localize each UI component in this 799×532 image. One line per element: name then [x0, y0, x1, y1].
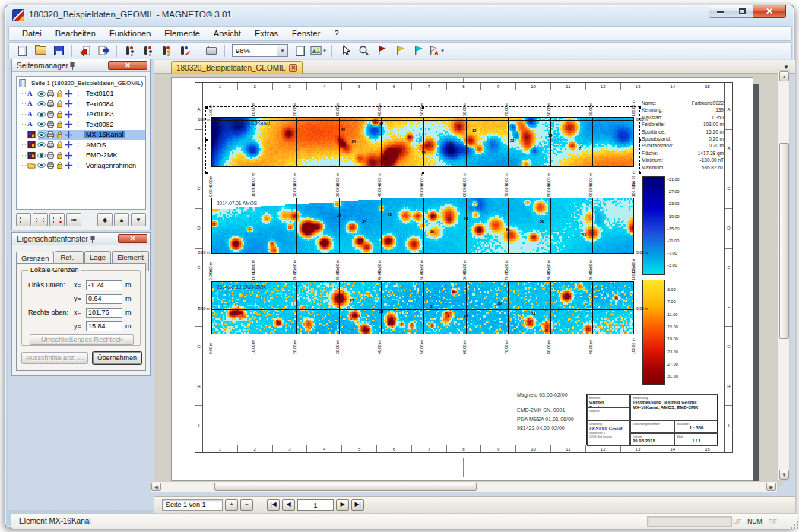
menu-extras[interactable]: Extras [248, 27, 285, 40]
properties-header[interactable]: Eigenschaftenfenster ✕ [12, 233, 150, 245]
lock-icon[interactable] [55, 161, 65, 169]
move-icon[interactable] [65, 120, 74, 128]
apply-button[interactable]: Übernehmen [93, 352, 141, 364]
visibility-eye-icon[interactable] [37, 120, 46, 128]
selection-rectangle[interactable] [205, 106, 640, 173]
image-view-button[interactable]: ▼ [310, 43, 327, 59]
x2-field[interactable] [86, 308, 122, 318]
add-page-button[interactable]: + [225, 499, 238, 511]
print-layer-icon[interactable] [46, 141, 55, 149]
vertical-scroll-thumb[interactable] [779, 143, 789, 339]
order-icon[interactable] [74, 141, 83, 149]
scroll-down-icon[interactable]: ▼ [779, 470, 789, 480]
tree-root[interactable]: Seite 1 (180320_Beispieldaten_GEOMIL) [18, 78, 145, 89]
new-document-button[interactable] [14, 43, 30, 59]
visibility-eye-icon[interactable] [37, 131, 46, 139]
enclosing-rectangle-button[interactable]: Umschließendes Rechteck [30, 334, 134, 345]
flag-yellow-button[interactable] [392, 43, 408, 59]
export-data-button[interactable] [95, 43, 112, 59]
chevron-down-icon[interactable]: ▼ [277, 45, 287, 56]
layer-row-text0101[interactable]: AText0101 [18, 89, 145, 100]
pin-icon[interactable] [68, 62, 106, 70]
save-button[interactable] [50, 43, 67, 59]
x1-field[interactable] [86, 280, 122, 290]
print-layer-icon[interactable] [46, 131, 55, 139]
print-layer-icon[interactable] [46, 120, 55, 128]
vertical-scrollbar[interactable]: ▲ ▼ [778, 70, 790, 481]
horizontal-scroll-thumb[interactable] [214, 483, 477, 491]
zoom-tool-button[interactable] [355, 43, 372, 59]
selection-handle[interactable] [639, 106, 641, 109]
layer-row-emd-2mk[interactable]: EMD-2MK [18, 150, 145, 161]
selection-handle[interactable] [422, 106, 424, 109]
layer-row-mx-16kanal[interactable]: MX-16Kanal [18, 130, 145, 141]
probe-amos-button[interactable]: s [140, 43, 157, 59]
flag-red-button[interactable] [373, 43, 390, 59]
selection-handle[interactable] [639, 172, 641, 174]
layer-row-vorlagenrahmen[interactable]: Vorlagenrahmen [18, 160, 145, 171]
order-icon[interactable] [74, 110, 83, 119]
delete-selection-button[interactable]: × [49, 213, 65, 226]
first-page-button[interactable]: |◀ [267, 499, 280, 511]
map-strip-3[interactable]: 2014.02.19 EMD-2MK231331371934 [211, 281, 634, 334]
zoom-level-select[interactable]: 98% ▼ [232, 44, 288, 57]
document-tab[interactable]: 180320_Beispieldaten_GEOMIL × [171, 61, 303, 74]
move-up-button[interactable]: ▲ [114, 213, 129, 226]
last-page-button[interactable]: ▶| [351, 499, 364, 511]
lock-icon[interactable] [55, 120, 65, 128]
order-icon[interactable] [74, 100, 83, 108]
pin-icon[interactable] [88, 235, 116, 243]
layer-row-text0083[interactable]: AText0083 [18, 109, 145, 120]
page-preview-button[interactable] [292, 43, 309, 59]
scroll-right-icon[interactable]: ▶ [766, 483, 776, 491]
menu-funktionen[interactable]: Funktionen [103, 27, 157, 40]
menu-fenster[interactable]: Fenster [285, 27, 327, 40]
visibility-eye-icon[interactable] [37, 151, 46, 160]
print-button[interactable] [203, 43, 220, 59]
map-strip-2[interactable]: 2014.07.01 AMOS2445324056515053 [211, 198, 634, 254]
selection-handle[interactable] [422, 172, 424, 174]
list-options-button[interactable]: ≔ [66, 213, 81, 226]
menu-ansicht[interactable]: Ansicht [207, 27, 248, 40]
print-layer-icon[interactable] [46, 100, 55, 108]
order-icon[interactable] [74, 131, 83, 139]
remove-page-button[interactable]: − [240, 499, 253, 511]
move-icon[interactable] [65, 141, 74, 149]
probe-mx-button[interactable]: a [122, 43, 138, 59]
next-page-button[interactable]: ▶ [336, 499, 349, 511]
order-icon[interactable] [74, 120, 83, 128]
ausschnitte-button[interactable]: Ausschnitte anz. ... [21, 352, 88, 364]
lock-icon[interactable] [55, 141, 65, 149]
print-layer-icon[interactable] [46, 161, 55, 169]
scroll-up-icon[interactable]: ▲ [779, 71, 789, 81]
print-layer-icon[interactable] [46, 110, 55, 119]
move-down-button[interactable]: ▼ [131, 213, 146, 226]
lock-icon[interactable] [55, 131, 65, 139]
layer-row-text0082[interactable]: AText0082 [18, 119, 145, 130]
order-icon[interactable] [74, 90, 83, 98]
visibility-eye-icon[interactable] [37, 161, 46, 169]
move-icon[interactable] [65, 131, 74, 139]
y2-field[interactable] [86, 321, 122, 331]
selection-handle[interactable] [639, 139, 641, 141]
chevron-down-icon[interactable]: ▼ [440, 49, 445, 53]
flag-cyan-button[interactable] [410, 43, 426, 59]
visibility-eye-icon[interactable] [37, 100, 46, 108]
move-icon[interactable] [65, 90, 74, 98]
menu-bearbeiten[interactable]: Bearbeiten [49, 27, 103, 40]
probe-config-button[interactable] [176, 43, 193, 59]
import-data-button[interactable] [77, 43, 94, 59]
select-cursor-button[interactable] [337, 43, 354, 59]
selection-handle[interactable] [205, 139, 208, 141]
layer-row-amos[interactable]: AMOS [18, 140, 145, 150]
page-manager-header[interactable]: Seitenmanager ✕ [12, 59, 150, 72]
document-canvas[interactable]: 123456789101112131415 123456789101112131… [154, 74, 782, 486]
probe-emd-button[interactable]: d [158, 43, 175, 59]
minimize-button[interactable] [709, 5, 731, 18]
menu-help[interactable]: ? [327, 27, 345, 40]
selection-handle[interactable] [205, 106, 208, 109]
order-icon[interactable] [74, 161, 83, 169]
horizontal-scrollbar[interactable]: ◀ ▶ [150, 481, 778, 492]
titlebar[interactable]: 180320_Beispieldaten_GEOMIL - MAGNETO® 3… [5, 5, 794, 25]
previous-page-button[interactable]: ◀ [282, 499, 295, 511]
